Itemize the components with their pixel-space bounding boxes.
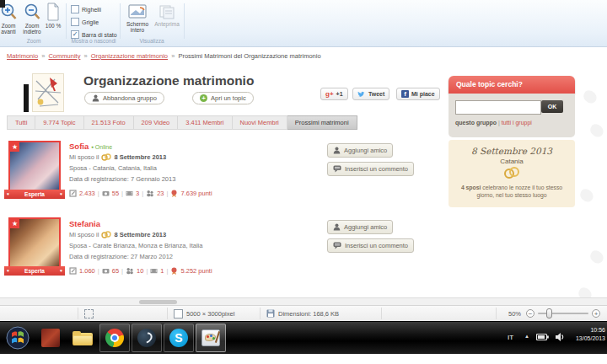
disk-icon bbox=[266, 309, 275, 318]
googleplus-icon: g+ bbox=[325, 90, 334, 98]
breadcrumb-link-group[interactable]: Organizzazione matrimonio bbox=[91, 52, 168, 60]
registration-line: Data di registrazione: 7 Gennaio 2013 bbox=[69, 175, 175, 183]
plus-icon: + bbox=[200, 94, 207, 102]
tab-membri[interactable]: 3.411 Membri bbox=[178, 115, 232, 130]
horizontal-scrollbar[interactable] bbox=[0, 297, 607, 305]
topics-count[interactable]: 2.433 bbox=[79, 190, 95, 197]
taskbar-chrome[interactable] bbox=[99, 324, 130, 352]
insert-comment-button[interactable]: Inserisci un commento bbox=[327, 238, 414, 253]
tab-video[interactable]: 209 Video bbox=[134, 115, 179, 130]
rulers-checkbox[interactable]: Righelli bbox=[71, 5, 101, 13]
group-logo bbox=[32, 73, 64, 112]
group-label-zoom: Zoom bbox=[8, 38, 59, 44]
videos-count[interactable]: 3 bbox=[136, 190, 139, 197]
event-description: 4 sposi celebrano le nozze il tuo stesso… bbox=[457, 185, 567, 199]
leave-group-label: Abbandona gruppo bbox=[103, 94, 157, 102]
add-friend-button[interactable]: Aggiungi amico bbox=[327, 220, 393, 234]
taskbar-media-player[interactable] bbox=[132, 324, 162, 352]
tab-topic[interactable]: 9.774 Topic bbox=[35, 115, 83, 130]
rings-icon bbox=[101, 231, 111, 238]
zoom-100-button[interactable]: 100 % bbox=[42, 2, 64, 42]
tab-prossimi-matrimoni[interactable]: Prossimi matrimoni bbox=[287, 115, 357, 130]
friends-count[interactable]: 10 bbox=[137, 267, 143, 275]
search-ok-button[interactable]: OK bbox=[541, 100, 563, 113]
heart-icon: ♥ bbox=[7, 190, 9, 199]
topics-icon bbox=[69, 190, 77, 197]
avatar-stefania[interactable]: ★ bbox=[8, 217, 61, 270]
videos-count[interactable]: 1 bbox=[160, 267, 164, 275]
zoom-slider-track[interactable] bbox=[538, 313, 588, 314]
start-button[interactable] bbox=[3, 324, 33, 352]
file-size-value: Dimensioni: 168,6 KB bbox=[278, 310, 339, 318]
page-title: Organizzazione matrimonio bbox=[83, 73, 254, 88]
checkbox-icon bbox=[71, 18, 79, 26]
ribbon-separator bbox=[184, 3, 185, 39]
windows-taskbar: S IT ▲ 10:56 bbox=[0, 321, 607, 354]
breadcrumb-separator: » bbox=[169, 52, 176, 60]
online-label: Online bbox=[95, 144, 112, 150]
scope-this-group[interactable]: questo gruppo bbox=[455, 120, 497, 126]
breadcrumb-separator: » bbox=[40, 52, 46, 60]
taskbar-app-photos[interactable] bbox=[35, 324, 66, 352]
preview-button[interactable]: Anteprima bbox=[153, 2, 180, 42]
watermark bbox=[588, 122, 605, 138]
watermark bbox=[578, 187, 595, 203]
google-plusone-button[interactable]: g+ +1 bbox=[320, 88, 348, 100]
language-indicator[interactable]: IT bbox=[508, 334, 513, 341]
points-count[interactable]: 7.639 punti bbox=[180, 190, 212, 197]
preview-label: Anteprima bbox=[153, 21, 180, 27]
speaker-icon[interactable] bbox=[555, 332, 565, 342]
breadcrumb-link-community[interactable]: Community bbox=[48, 52, 80, 60]
add-friend-button[interactable]: Aggiungi amico bbox=[327, 143, 393, 158]
zoom-level-value: 50% bbox=[508, 310, 521, 318]
tab-tutti[interactable]: Tutti bbox=[7, 115, 35, 130]
paint-status-bar: 5000 × 3000pixel Dimensioni: 168,6 KB 50… bbox=[0, 305, 607, 321]
group-tabs: Tutti 9.774 Topic 21.513 Foto 209 Video … bbox=[7, 115, 357, 130]
grid-checkbox[interactable]: Griglie bbox=[71, 18, 99, 26]
tray-clock[interactable]: 10:56 13/05/2013 bbox=[568, 326, 605, 343]
friends-icon bbox=[146, 190, 154, 197]
zoom-in-control[interactable]: + bbox=[592, 309, 600, 318]
tray-expand-icon[interactable]: ▲ bbox=[524, 334, 529, 339]
leave-group-button[interactable]: Abbandona gruppo bbox=[84, 92, 164, 104]
points-count[interactable]: 5.252 punti bbox=[180, 267, 212, 275]
paint-icon bbox=[201, 329, 220, 346]
registration-line: Data di registrazione: 27 Marzo 2012 bbox=[69, 253, 173, 260]
online-dot-icon: ● bbox=[91, 144, 94, 149]
profile-name[interactable]: Sofia ● Online bbox=[69, 142, 112, 151]
scope-all-groups-link[interactable]: tutti i gruppi bbox=[502, 120, 532, 126]
taskbar-paint-active[interactable] bbox=[196, 324, 226, 352]
taskbar-explorer[interactable] bbox=[67, 324, 98, 352]
person-icon bbox=[333, 147, 341, 154]
group-label-show-hide: Mostra o nascondi bbox=[67, 38, 120, 44]
scrollbar-thumb[interactable] bbox=[139, 300, 177, 304]
tweet-button[interactable]: Tweet bbox=[352, 88, 389, 100]
topic-search-header: Quale topic cerchi? bbox=[449, 76, 575, 94]
fullscreen-button[interactable]: Schermo intero bbox=[123, 2, 152, 42]
photos-count[interactable]: 55 bbox=[112, 190, 119, 197]
image-size-value: 5000 × 3000pixel bbox=[186, 310, 234, 318]
esperta-badge: ♥ Esperta ♥ bbox=[4, 266, 65, 276]
facebook-like-button[interactable]: f Mi piace bbox=[396, 88, 440, 100]
insert-comment-label: Inserisci un commento bbox=[345, 165, 408, 173]
tab-nuovi-membri[interactable]: Nuovi Membri bbox=[233, 115, 287, 130]
profile-name[interactable]: Stefania bbox=[69, 219, 100, 228]
avatar-sofia[interactable]: ★ bbox=[8, 141, 61, 193]
topics-count[interactable]: 1.060 bbox=[79, 267, 95, 275]
open-topic-button[interactable]: + Apri un topic bbox=[192, 92, 254, 104]
breadcrumb: Matrimonio » Community » Organizzazione … bbox=[7, 52, 321, 60]
zoom-out-control[interactable]: − bbox=[526, 309, 534, 318]
tab-foto[interactable]: 21.513 Foto bbox=[84, 115, 134, 130]
taskbar-skype[interactable]: S bbox=[164, 324, 194, 352]
breadcrumb-link-matrimonio[interactable]: Matrimonio bbox=[7, 52, 38, 60]
photos-count[interactable]: 65 bbox=[112, 267, 119, 275]
battery-icon[interactable] bbox=[536, 333, 549, 341]
topic-search-input[interactable] bbox=[455, 100, 541, 115]
insert-comment-button[interactable]: Inserisci un commento bbox=[327, 162, 414, 176]
zoom-slider-thumb[interactable] bbox=[546, 308, 552, 318]
folder-icon bbox=[73, 331, 93, 345]
friends-count[interactable]: 23 bbox=[157, 190, 164, 197]
chrome-icon bbox=[105, 329, 124, 347]
add-friend-label: Aggiungi amico bbox=[344, 223, 387, 231]
badge-label: Esperta bbox=[24, 190, 45, 199]
